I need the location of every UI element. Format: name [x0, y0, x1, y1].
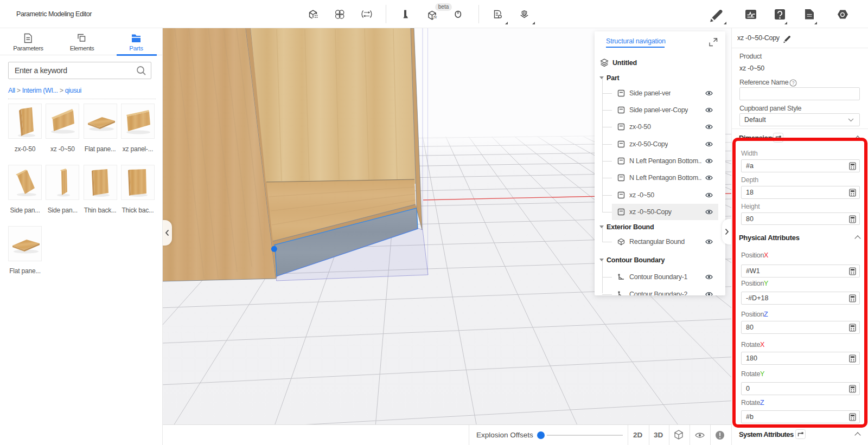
svg-text:Parts: Parts [129, 45, 143, 51]
svg-text:?: ? [792, 80, 795, 86]
svg-text:Parameters: Parameters [13, 45, 43, 51]
svg-text:Elements: Elements [70, 45, 94, 51]
svg-text:fx: fx [433, 15, 437, 20]
